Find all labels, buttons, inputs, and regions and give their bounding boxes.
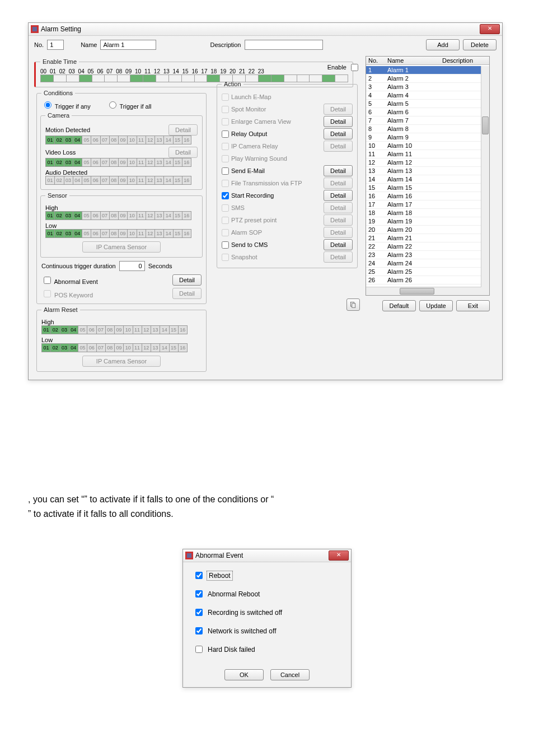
list-item[interactable]: 6Alarm 6 bbox=[366, 108, 481, 116]
reset-high-grid[interactable]: 01020304050607080910111213141516 bbox=[41, 325, 188, 334]
list-item[interactable]: 10Alarm 10 bbox=[366, 142, 481, 150]
audio-grid[interactable]: 01020304050607080910111213141516 bbox=[45, 176, 191, 185]
name-input[interactable] bbox=[100, 40, 156, 50]
copy-button[interactable] bbox=[346, 298, 360, 311]
abnormal-close-button[interactable]: ✕ bbox=[329, 550, 349, 561]
scrollbar-thumb[interactable] bbox=[482, 116, 489, 134]
send-to-cms-checkbox[interactable]: Send to CMS bbox=[222, 241, 268, 249]
no-input[interactable] bbox=[47, 40, 64, 50]
list-item[interactable]: 19Alarm 19 bbox=[366, 217, 481, 226]
spot-monitor-checkbox[interactable]: Spot Monitor bbox=[222, 106, 266, 113]
ptz-preset-checkbox[interactable]: PTZ preset point bbox=[222, 217, 277, 224]
ip-camera-relay-detail-button[interactable]: Detail bbox=[324, 141, 353, 152]
abnormal-titlebar[interactable]: Abnormal Event ✕ bbox=[183, 549, 351, 562]
list-item[interactable]: 13Alarm 13 bbox=[366, 167, 481, 175]
list-item[interactable]: 22Alarm 22 bbox=[366, 242, 481, 251]
file-ftp-checkbox[interactable]: File Transmission via FTP bbox=[222, 180, 302, 187]
motion-grid[interactable]: 01020304050607080910111213141516 bbox=[45, 136, 191, 144]
enlarge-view-checkbox[interactable]: Enlarge Camera View bbox=[222, 118, 291, 125]
exit-button[interactable]: Exit bbox=[456, 300, 490, 311]
description-input[interactable] bbox=[245, 40, 323, 50]
sms-checkbox[interactable]: SMS bbox=[222, 204, 245, 212]
abnormal-event-checkbox[interactable]: Abnormal Event bbox=[41, 275, 98, 286]
spot-monitor-detail-button[interactable]: Detail bbox=[324, 104, 353, 115]
hscrollbar-thumb[interactable] bbox=[400, 288, 434, 295]
alarm-reset-group: Alarm Reset High 01020304050607080910111… bbox=[36, 306, 207, 372]
trigger-all-radio[interactable]: Trigger if all bbox=[106, 100, 152, 110]
list-item[interactable]: 26Alarm 26 bbox=[366, 276, 481, 284]
list-item[interactable]: 1Alarm 1 bbox=[366, 66, 481, 74]
sensor-low-grid[interactable]: 01020304050607080910111213141516 bbox=[45, 229, 191, 238]
abnormal-event-detail-button[interactable]: Detail bbox=[172, 274, 202, 286]
list-item[interactable]: 25Alarm 25 bbox=[366, 268, 481, 276]
start-recording-detail-button[interactable]: Detail bbox=[324, 190, 353, 201]
trigger-any-radio[interactable]: Trigger if any bbox=[41, 100, 91, 110]
list-item[interactable]: 4Alarm 4 bbox=[366, 91, 481, 100]
titlebar[interactable]: Alarm Setting ✕ bbox=[29, 23, 502, 36]
list-item[interactable]: 2Alarm 2 bbox=[366, 74, 481, 83]
network-off-checkbox[interactable]: Network is switched off bbox=[193, 626, 341, 636]
horizontal-scrollbar[interactable] bbox=[366, 287, 481, 295]
list-item[interactable]: 24Alarm 24 bbox=[366, 259, 481, 268]
reset-low-grid[interactable]: 01020304050607080910111213141516 bbox=[41, 343, 188, 352]
pos-keyword-detail-button[interactable]: Detail bbox=[172, 288, 202, 299]
send-email-detail-button[interactable]: Detail bbox=[324, 165, 353, 176]
list-item[interactable]: 21Alarm 21 bbox=[366, 234, 481, 242]
send-to-cms-detail-button[interactable]: Detail bbox=[324, 239, 353, 250]
list-item[interactable]: 11Alarm 11 bbox=[366, 150, 481, 158]
list-item[interactable]: 5Alarm 5 bbox=[366, 100, 481, 108]
list-item[interactable]: 15Alarm 15 bbox=[366, 184, 481, 192]
videoloss-detail-button[interactable]: Detail bbox=[168, 147, 198, 158]
launch-emap-checkbox[interactable]: Launch E-Map bbox=[222, 94, 271, 101]
ok-button[interactable]: OK bbox=[224, 669, 264, 680]
list-item[interactable]: 18Alarm 18 bbox=[366, 209, 481, 217]
enlarge-view-detail-button[interactable]: Detail bbox=[324, 116, 353, 127]
ip-camera-sensor-button[interactable]: IP Camera Sensor bbox=[82, 241, 161, 253]
sensor-high-grid[interactable]: 01020304050607080910111213141516 bbox=[45, 211, 191, 220]
list-item[interactable]: 8Alarm 8 bbox=[366, 125, 481, 133]
list-item[interactable]: 7Alarm 7 bbox=[366, 116, 481, 125]
videoloss-grid[interactable]: 01020304050607080910111213141516 bbox=[45, 158, 191, 167]
list-item[interactable]: 17Alarm 17 bbox=[366, 200, 481, 209]
list-item[interactable]: 3Alarm 3 bbox=[366, 83, 481, 91]
ip-camera-relay-checkbox[interactable]: IP Camera Relay bbox=[222, 143, 278, 150]
pos-keyword-checkbox[interactable]: POS Keyword bbox=[41, 288, 93, 299]
start-recording-checkbox[interactable]: Start Recording bbox=[222, 192, 274, 199]
cont-dur-input[interactable] bbox=[119, 261, 145, 271]
ptz-preset-detail-button[interactable]: Detail bbox=[324, 214, 353, 226]
list-item[interactable]: 9Alarm 9 bbox=[366, 133, 481, 142]
cancel-button[interactable]: Cancel bbox=[270, 669, 310, 680]
send-email-checkbox[interactable]: Send E-Mail bbox=[222, 167, 265, 175]
list-hdr-no: No. bbox=[368, 57, 387, 64]
disk-failed-checkbox[interactable]: Hard Disk failed bbox=[193, 644, 341, 655]
relay-output-checkbox[interactable]: Relay Output bbox=[222, 130, 267, 138]
snapshot-detail-button[interactable]: Detail bbox=[324, 251, 353, 263]
snapshot-checkbox[interactable]: Snapshot bbox=[222, 254, 257, 261]
update-button[interactable]: Update bbox=[419, 300, 453, 311]
play-warn-sound-checkbox[interactable]: Play Warning Sound bbox=[222, 155, 287, 162]
alarm-sop-detail-button[interactable]: Detail bbox=[324, 227, 353, 238]
default-button[interactable]: Default bbox=[382, 300, 416, 311]
add-button[interactable]: Add bbox=[426, 39, 460, 50]
file-ftp-detail-button[interactable]: Detail bbox=[324, 178, 353, 189]
abnormal-event-dialog: Abnormal Event ✕ Reboot Abnormal Reboot … bbox=[182, 549, 352, 688]
reboot-checkbox[interactable]: Reboot bbox=[193, 570, 341, 581]
relay-output-detail-button[interactable]: Detail bbox=[324, 128, 353, 139]
list-item[interactable]: 27Alarm 27 bbox=[366, 284, 481, 286]
vertical-scrollbar[interactable] bbox=[481, 66, 489, 295]
recording-off-checkbox[interactable]: Recording is switched off bbox=[193, 607, 341, 618]
sms-detail-button[interactable]: Detail bbox=[324, 202, 353, 213]
abnormal-reboot-checkbox[interactable]: Abnormal Reboot bbox=[193, 589, 341, 599]
list-item[interactable]: 14Alarm 14 bbox=[366, 175, 481, 184]
list-item[interactable]: 23Alarm 23 bbox=[366, 251, 481, 259]
motion-detail-button[interactable]: Detail bbox=[168, 124, 198, 136]
delete-button[interactable]: Delete bbox=[463, 39, 496, 50]
enable-time-checkbox[interactable]: Enable bbox=[327, 62, 360, 73]
alarm-sop-checkbox[interactable]: Alarm SOP bbox=[222, 229, 262, 236]
close-button[interactable]: ✕ bbox=[480, 24, 500, 34]
alarm-list[interactable]: No. Name Description 1Alarm 12Alarm 23Al… bbox=[366, 56, 490, 296]
list-item[interactable]: 20Alarm 20 bbox=[366, 226, 481, 234]
reset-ip-sensor-button[interactable]: IP Camera Sensor bbox=[82, 356, 161, 367]
list-item[interactable]: 16Alarm 16 bbox=[366, 192, 481, 200]
list-item[interactable]: 12Alarm 12 bbox=[366, 158, 481, 167]
